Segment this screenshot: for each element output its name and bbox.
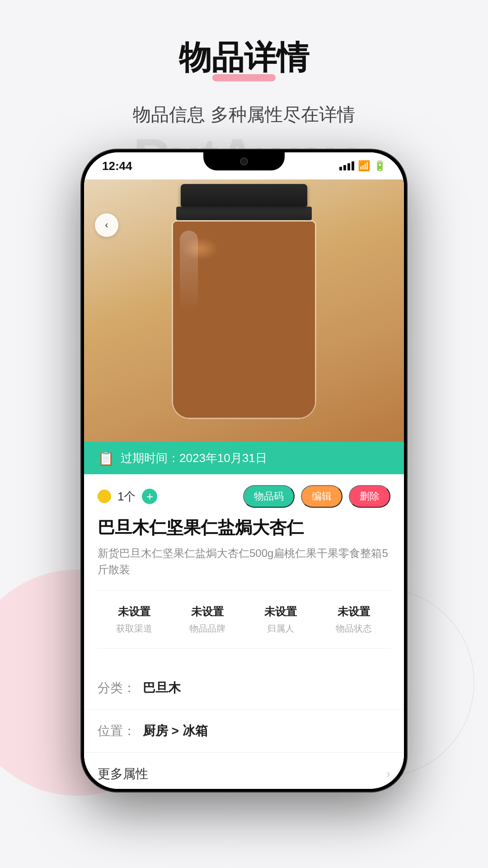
- product-image-area: ‹: [84, 179, 404, 442]
- attr-source-label: 获取渠道: [101, 623, 167, 635]
- attr-owner-label: 归属人: [248, 623, 314, 635]
- edit-button[interactable]: 编辑: [301, 485, 343, 508]
- signal-bar-4: [352, 161, 354, 170]
- phone-screen: 12:44 📶 🔋: [84, 152, 404, 789]
- page-subtitle: 物品信息 多种属性尽在详情: [0, 102, 488, 127]
- chevron-right-icon: ›: [386, 767, 390, 781]
- category-row: 分类： 巴旦木: [84, 667, 404, 710]
- jar-lid-ring: [176, 207, 312, 220]
- attr-status-label: 物品状态: [321, 623, 387, 635]
- attribute-brand: 未设置 物品品牌: [171, 600, 244, 639]
- attr-source-value: 未设置: [101, 604, 167, 619]
- barcode-button[interactable]: 物品码: [243, 485, 295, 508]
- signal-bar-2: [343, 165, 346, 170]
- phone-frame: 12:44 📶 🔋: [81, 150, 407, 792]
- quantity-text: 1个: [117, 489, 136, 505]
- product-description: 新货巴旦木仁坚果仁盐焗大杏仁500g扁桃仁果干果零食整箱5斤散装: [98, 545, 390, 578]
- qty-dot: [98, 490, 111, 503]
- header-section: 物品详情 物品信息 多种属性尽在详情: [0, 0, 488, 141]
- calendar-icon: 📋: [98, 450, 114, 466]
- attribute-owner: 未设置 归属人: [244, 600, 317, 639]
- status-icons: 📶 🔋: [339, 160, 386, 172]
- jar-body: [172, 220, 316, 419]
- expiry-banner: 📋 过期时间：2023年10月31日: [84, 442, 404, 474]
- action-row: 1个 + 物品码 编辑 删除: [98, 485, 390, 508]
- more-attrs-label: 更多属性: [98, 765, 148, 783]
- product-name: 巴旦木仁坚果仁盐焗大杏仁: [98, 517, 390, 539]
- location-value: 厨房 > 冰箱: [143, 724, 208, 738]
- location-row: 位置： 厨房 > 冰箱: [84, 710, 404, 753]
- jar-shine: [180, 231, 198, 312]
- attributes-grid: 未设置 获取渠道 未设置 物品品牌 未设置 归属人 未设置 物品状态: [98, 590, 390, 649]
- signal-bar-1: [339, 167, 342, 170]
- attr-owner-value: 未设置: [248, 604, 314, 619]
- wifi-icon: 📶: [358, 160, 370, 172]
- delete-button[interactable]: 删除: [349, 485, 390, 508]
- add-button[interactable]: +: [142, 489, 157, 504]
- phone-wrapper: 12:44 📶 🔋: [0, 150, 488, 792]
- back-button[interactable]: ‹: [95, 213, 118, 237]
- signal-bar-3: [347, 163, 350, 170]
- camera-dot: [240, 157, 248, 165]
- battery-icon: 🔋: [374, 160, 386, 172]
- status-bar: 12:44 📶 🔋: [84, 152, 404, 179]
- add-icon: +: [146, 490, 153, 504]
- attr-brand-label: 物品品牌: [174, 623, 240, 635]
- category-value: 巴旦木: [143, 681, 181, 695]
- qty-dot-inner: [101, 493, 108, 500]
- more-attributes-row[interactable]: 更多属性 ›: [84, 753, 404, 789]
- product-info-section: 1个 + 物品码 编辑 删除 巴旦木仁坚果仁盐焗大杏仁 新货巴旦木仁坚果仁盐焗大…: [84, 474, 404, 660]
- page-title-wrap: 物品详情: [179, 36, 309, 80]
- status-notch: [203, 152, 285, 170]
- page-title: 物品详情: [179, 36, 309, 80]
- attr-brand-value: 未设置: [174, 604, 240, 619]
- attr-status-value: 未设置: [321, 604, 387, 619]
- detail-section: 分类： 巴旦木 位置： 厨房 > 冰箱 更多属性 ›: [84, 667, 404, 789]
- location-label: 位置：: [98, 724, 136, 738]
- attribute-status: 未设置 物品状态: [317, 600, 390, 639]
- signal-bars-icon: [339, 161, 354, 170]
- jar-lid: [181, 184, 307, 207]
- expiry-text: 过期时间：2023年10月31日: [121, 450, 267, 466]
- back-chevron-icon: ‹: [105, 219, 108, 231]
- attribute-source: 未设置 获取渠道: [98, 600, 171, 639]
- category-label: 分类：: [98, 681, 136, 695]
- status-time: 12:44: [102, 159, 132, 173]
- jar-container: [167, 184, 321, 437]
